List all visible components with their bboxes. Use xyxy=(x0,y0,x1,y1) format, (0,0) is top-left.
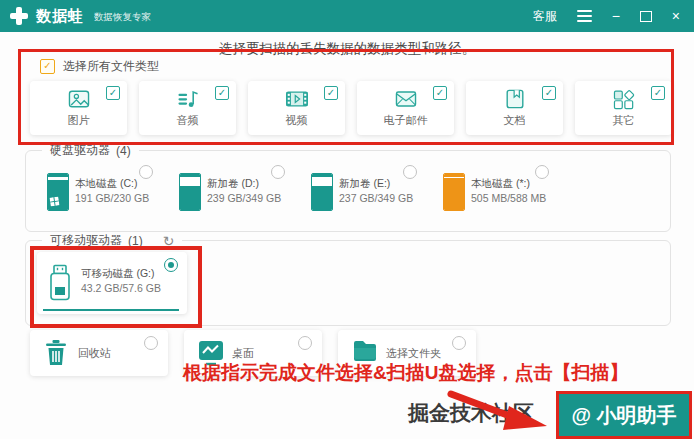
checkbox-checked-icon[interactable]: ✓ xyxy=(651,86,665,100)
drive-size: 237 GB/349 GB xyxy=(339,191,413,206)
checkbox-checked-icon[interactable]: ✓ xyxy=(433,86,447,100)
location-radio[interactable] xyxy=(452,336,466,350)
customer-service-button[interactable]: 客服 xyxy=(533,8,557,25)
location-label: 选择文件夹 xyxy=(386,346,441,361)
drive-radio-selected[interactable] xyxy=(164,258,178,272)
location-radio[interactable] xyxy=(144,336,158,350)
recycle-bin-icon xyxy=(44,339,68,367)
video-icon xyxy=(284,86,310,112)
drive-size: 505 MB/588 MB xyxy=(471,191,546,206)
usb-drive-icon xyxy=(47,264,73,302)
drive-size: 191 GB/230 GB xyxy=(75,191,149,206)
drive-item-star[interactable]: 本地磁盘 (*:) 505 MB/588 MB xyxy=(441,163,569,221)
file-type-label: 其它 xyxy=(575,113,672,128)
drive-icon xyxy=(311,173,333,211)
file-type-label: 文档 xyxy=(466,113,563,128)
file-type-card-email[interactable]: ✓ 电子邮件 xyxy=(357,81,454,135)
close-button[interactable]: × xyxy=(672,9,680,23)
drive-name: 本地磁盘 (C:) xyxy=(75,176,149,191)
watermark-community: 掘金技术社区 xyxy=(408,399,534,427)
document-icon xyxy=(502,86,528,112)
menu-icon[interactable] xyxy=(577,10,592,22)
file-type-label: 电子邮件 xyxy=(357,113,454,128)
app-subtitle: 数据恢复专家 xyxy=(94,11,151,24)
selected-underline xyxy=(43,309,179,311)
file-type-label: 音频 xyxy=(139,113,236,128)
other-icon xyxy=(611,86,637,112)
checkbox-checked-icon[interactable]: ✓ xyxy=(215,86,229,100)
audio-icon xyxy=(175,86,201,112)
drive-name: 新加卷 (E:) xyxy=(339,176,413,191)
title-bar: 数据蛙 数据恢复专家 客服 − × xyxy=(0,0,694,32)
removable-drives-title: 可移动驱动器 xyxy=(50,232,122,249)
app-window: 数据蛙 数据恢复专家 客服 − × 选择要扫描的丢失数据的数据类型和路径。 ✓ … xyxy=(0,0,694,439)
drive-item-e[interactable]: 新加卷 (E:) 237 GB/349 GB xyxy=(309,163,437,221)
app-name: 数据蛙 xyxy=(36,7,84,26)
watermark-badge: @ 小明助手 xyxy=(556,391,692,439)
file-type-label: 图片 xyxy=(30,113,127,128)
location-label: 桌面 xyxy=(232,346,254,361)
removable-drives-count: (1) xyxy=(128,234,143,248)
removable-drive-card-g[interactable]: 可移动磁盘 (G:) 43.2 GB/57.6 GB xyxy=(37,252,187,314)
location-card-recycle-bin[interactable]: 回收站 xyxy=(30,330,168,376)
select-all-checkbox[interactable]: ✓ xyxy=(40,59,55,74)
refresh-icon[interactable]: ↻ xyxy=(163,235,175,247)
drive-name: 新加卷 (D:) xyxy=(207,176,281,191)
page-title: 选择要扫描的丢失数据的数据类型和路径。 xyxy=(0,40,694,58)
app-logo-icon xyxy=(10,7,28,25)
checkbox-checked-icon[interactable]: ✓ xyxy=(324,86,338,100)
file-type-card-images[interactable]: ✓ 图片 xyxy=(30,81,127,135)
minimize-button[interactable]: − xyxy=(612,9,620,23)
image-icon xyxy=(66,86,92,112)
annotation-instruction: 根据指示完成文件选择&扫描U盘选择，点击【扫描】 xyxy=(183,360,628,386)
drive-name: 本地磁盘 (*:) xyxy=(471,176,546,191)
drive-size: 43.2 GB/57.6 GB xyxy=(81,281,161,296)
drive-icon xyxy=(47,173,69,211)
file-type-label: 视频 xyxy=(248,113,345,128)
checkbox-checked-icon[interactable]: ✓ xyxy=(542,86,556,100)
hard-drives-title: 硬盘驱动器 xyxy=(50,142,110,159)
email-icon xyxy=(393,86,419,112)
drive-item-c[interactable]: 本地磁盘 (C:) 191 GB/230 GB xyxy=(45,163,173,221)
file-type-card-video[interactable]: ✓ 视频 xyxy=(248,81,345,135)
file-type-card-other[interactable]: ✓ 其它 xyxy=(575,81,672,135)
file-type-card-documents[interactable]: ✓ 文档 xyxy=(466,81,563,135)
drive-name: 可移动磁盘 (G:) xyxy=(81,266,161,281)
os-logo-icon xyxy=(49,196,59,206)
drive-size: 239 GB/349 GB xyxy=(207,191,281,206)
maximize-button[interactable] xyxy=(640,11,652,22)
location-radio[interactable] xyxy=(298,336,312,350)
drive-item-d[interactable]: 新加卷 (D:) 239 GB/349 GB xyxy=(177,163,305,221)
checkbox-checked-icon[interactable]: ✓ xyxy=(106,86,120,100)
drive-icon xyxy=(179,173,201,211)
select-all-label: 选择所有文件类型 xyxy=(63,58,159,75)
location-label: 回收站 xyxy=(78,346,111,361)
file-type-card-audio[interactable]: ✓ 音频 xyxy=(139,81,236,135)
drive-icon xyxy=(443,173,465,211)
hard-drives-count: (4) xyxy=(116,144,131,158)
